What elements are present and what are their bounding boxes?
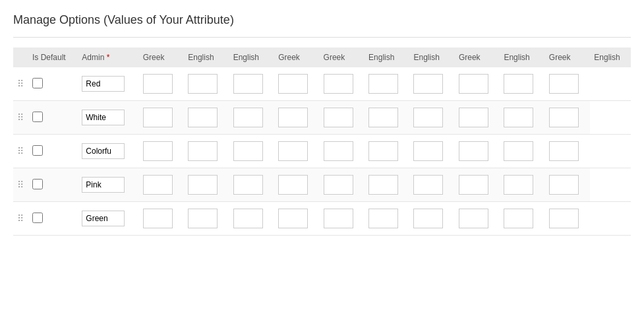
lang-cell-3: [274, 101, 319, 135]
lang-cell-5: [365, 168, 409, 202]
lang-input-8[interactable]: [504, 141, 533, 161]
lang-input-6[interactable]: [413, 209, 443, 228]
drag-handle-icon[interactable]: ⠿: [17, 146, 24, 156]
lang-input-6[interactable]: [413, 141, 443, 161]
drag-handle-cell[interactable]: ⠿: [13, 202, 28, 236]
table-body: ⠿⠿⠿⠿⠿: [13, 67, 631, 236]
lang-input-0[interactable]: [143, 141, 173, 161]
lang-input-9[interactable]: [549, 175, 579, 195]
lang-input-9[interactable]: [549, 108, 579, 127]
lang-input-3[interactable]: [278, 175, 308, 195]
col-greek1: Greek: [139, 48, 184, 67]
lang-input-7[interactable]: [459, 108, 488, 127]
lang-input-1[interactable]: [188, 74, 218, 94]
lang-input-1[interactable]: [188, 141, 218, 161]
lang-input-0[interactable]: [143, 74, 173, 94]
lang-input-4[interactable]: [324, 209, 353, 228]
lang-input-5[interactable]: [368, 74, 398, 94]
is-default-checkbox[interactable]: [32, 213, 43, 223]
drag-handle-icon[interactable]: ⠿: [17, 112, 24, 123]
lang-input-7[interactable]: [459, 209, 488, 228]
lang-input-3[interactable]: [278, 74, 308, 94]
is-default-checkbox[interactable]: [32, 112, 43, 122]
drag-handle-cell[interactable]: ⠿: [13, 101, 28, 135]
lang-input-7[interactable]: [459, 175, 488, 195]
lang-input-2[interactable]: [233, 209, 263, 228]
lang-cell-4: [320, 168, 365, 202]
lang-input-4[interactable]: [324, 141, 353, 161]
lang-input-0[interactable]: [143, 108, 173, 127]
lang-input-1[interactable]: [188, 209, 218, 228]
lang-cell-2: [229, 202, 274, 236]
drag-handle-cell[interactable]: ⠿: [13, 135, 28, 168]
is-default-checkbox[interactable]: [32, 145, 43, 156]
lang-input-1[interactable]: [188, 108, 218, 127]
lang-input-7[interactable]: [459, 74, 488, 94]
lang-input-5[interactable]: [368, 141, 398, 161]
is-default-checkbox[interactable]: [32, 179, 43, 189]
lang-cell-7: [455, 101, 500, 135]
lang-input-2[interactable]: [233, 74, 263, 94]
lang-input-0[interactable]: [143, 209, 173, 228]
drag-handle-cell[interactable]: ⠿: [13, 168, 28, 202]
is-default-cell: [28, 202, 78, 236]
lang-input-9[interactable]: [549, 74, 579, 94]
lang-cell-9: [545, 135, 590, 168]
lang-cell-1: [184, 135, 229, 168]
lang-input-3[interactable]: [278, 108, 308, 127]
lang-input-5[interactable]: [368, 175, 398, 195]
lang-input-2[interactable]: [233, 141, 263, 161]
lang-input-3[interactable]: [278, 209, 308, 228]
table-row: ⠿: [13, 202, 631, 236]
lang-input-7[interactable]: [459, 141, 488, 161]
lang-input-8[interactable]: [504, 209, 533, 228]
drag-handle-icon[interactable]: ⠿: [17, 79, 24, 89]
drag-handle-icon[interactable]: ⠿: [17, 213, 24, 224]
lang-input-5[interactable]: [368, 108, 398, 127]
lang-cell-7: [455, 67, 500, 101]
lang-cell-8: [500, 168, 544, 202]
lang-cell-4: [320, 135, 365, 168]
lang-input-2[interactable]: [233, 175, 263, 195]
lang-input-9[interactable]: [549, 141, 579, 161]
lang-cell-0: [139, 67, 184, 101]
lang-input-9[interactable]: [549, 209, 579, 228]
lang-input-4[interactable]: [324, 175, 353, 195]
lang-input-0[interactable]: [143, 175, 173, 195]
col-english4: English: [409, 48, 454, 67]
lang-cell-0: [139, 168, 184, 202]
lang-input-8[interactable]: [504, 74, 533, 94]
lang-cell-2: [229, 101, 274, 135]
lang-cell-8: [500, 67, 544, 101]
lang-input-8[interactable]: [504, 175, 533, 195]
is-default-checkbox[interactable]: [32, 78, 43, 88]
lang-input-4[interactable]: [324, 74, 353, 94]
admin-input[interactable]: [82, 143, 125, 159]
lang-cell-9: [545, 101, 590, 135]
lang-input-6[interactable]: [413, 108, 443, 127]
admin-cell: [78, 168, 138, 202]
admin-input[interactable]: [82, 110, 125, 125]
lang-cell-4: [320, 101, 365, 135]
admin-input[interactable]: [82, 76, 125, 92]
lang-input-3[interactable]: [278, 141, 308, 161]
lang-cell-6: [409, 67, 454, 101]
admin-input[interactable]: [82, 211, 125, 226]
required-star: *: [107, 53, 110, 62]
admin-cell: [78, 202, 138, 236]
lang-input-6[interactable]: [413, 175, 443, 195]
lang-input-2[interactable]: [233, 108, 263, 127]
lang-cell-9: [545, 168, 590, 202]
col-greek5: Greek: [545, 48, 590, 67]
drag-handle-icon[interactable]: ⠿: [17, 180, 24, 190]
lang-input-1[interactable]: [188, 175, 218, 195]
lang-input-6[interactable]: [413, 74, 443, 94]
lang-input-5[interactable]: [368, 209, 398, 228]
lang-input-8[interactable]: [504, 108, 533, 127]
lang-cell-1: [184, 101, 229, 135]
lang-input-4[interactable]: [324, 108, 353, 127]
lang-cell-2: [229, 135, 274, 168]
drag-handle-cell[interactable]: ⠿: [13, 67, 28, 101]
admin-input[interactable]: [82, 177, 125, 193]
lang-cell-7: [455, 202, 500, 236]
